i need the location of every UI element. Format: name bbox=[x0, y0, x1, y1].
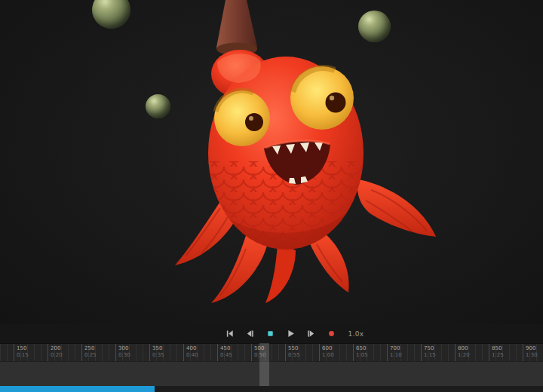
timeline-tick: 7001:10 bbox=[387, 344, 402, 361]
timeline-tick: 4500:45 bbox=[217, 344, 232, 361]
skip-to-start-button[interactable] bbox=[225, 329, 235, 339]
timeline-tick: 2500:25 bbox=[81, 344, 97, 361]
animation-editor-window: 1.0x 1500:152000:202500:253000:303500:35… bbox=[0, 0, 543, 392]
timeline-tick: 7501:15 bbox=[421, 344, 436, 361]
stop-icon bbox=[266, 329, 275, 338]
play-button[interactable] bbox=[286, 329, 296, 339]
viewport-canvas[interactable] bbox=[0, 0, 543, 324]
cone-hat bbox=[216, 0, 257, 56]
timeline-scrollbar[interactable] bbox=[0, 386, 543, 392]
playback-speed[interactable]: 1.0x bbox=[348, 330, 364, 338]
step-forward-icon bbox=[307, 329, 315, 338]
scrollbar-thumb[interactable] bbox=[0, 386, 155, 392]
skip-to-start-icon bbox=[225, 329, 234, 338]
playhead[interactable] bbox=[259, 343, 269, 386]
step-forward-button[interactable] bbox=[306, 329, 317, 339]
left-eye bbox=[214, 90, 270, 146]
transport-buttons bbox=[225, 329, 337, 339]
timeline-tick: 6501:05 bbox=[353, 344, 368, 361]
timeline-tick: 8001:20 bbox=[455, 344, 470, 361]
record-icon bbox=[327, 329, 336, 338]
timeline-tick: 5500:55 bbox=[285, 344, 300, 361]
transport-bar: 1.0x bbox=[0, 324, 543, 343]
right-eye bbox=[290, 66, 354, 130]
timeline-tick: 3000:30 bbox=[115, 344, 130, 361]
timeline-tick: 3500:35 bbox=[149, 344, 164, 361]
timeline-tick: 9001:30 bbox=[523, 344, 538, 361]
play-icon bbox=[287, 329, 295, 338]
stop-button[interactable] bbox=[265, 329, 276, 339]
timeline-ruler[interactable]: 1500:152000:202500:253000:303500:354000:… bbox=[0, 343, 543, 362]
timeline-track-area[interactable] bbox=[0, 362, 543, 386]
goldfish-character[interactable] bbox=[136, 0, 437, 324]
step-backward-button[interactable] bbox=[245, 329, 256, 339]
timeline-tick: 8501:25 bbox=[489, 344, 504, 361]
timeline-tick: 6001:00 bbox=[319, 344, 334, 361]
timeline-tick: 2000:20 bbox=[48, 344, 63, 361]
step-backward-icon bbox=[246, 329, 254, 338]
record-button[interactable] bbox=[327, 329, 337, 339]
bubble-top-left bbox=[92, 0, 130, 29]
timeline-tick: 1500:15 bbox=[14, 344, 29, 361]
timeline-tick: 4000:40 bbox=[183, 344, 198, 361]
timeline-panel: 1500:152000:202500:253000:303500:354000:… bbox=[0, 343, 543, 386]
